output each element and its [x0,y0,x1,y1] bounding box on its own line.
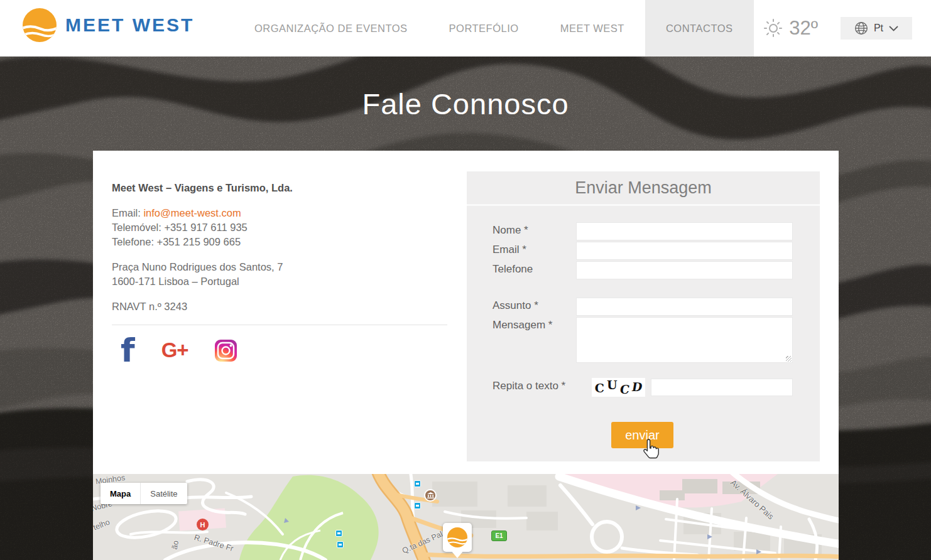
captcha-label: Repita o texto * [493,380,565,392]
museum-icon [424,489,437,502]
hospital-marker-icon: H [197,519,209,530]
name-label: Nome * [493,224,528,237]
site-header: MEET WEST ORGANIZAÇÃO DE EVENTOS PORTEFÓ… [0,0,931,57]
instagram-icon[interactable] [215,340,237,362]
subject-input[interactable] [576,298,793,316]
bus-stop-icon [414,480,421,487]
language-value: Pt [874,23,883,34]
contact-form: Enviar Mensagem Nome * Email * Telefone … [467,171,820,461]
nav-portefolio[interactable]: PORTEFÓLIO [428,0,540,57]
temperature-value: 32º [789,17,818,40]
subject-label: Assunto * [493,299,538,312]
map-type-control: Mapa Satélite [101,483,187,504]
submit-button[interactable]: enviar [611,422,673,448]
meetwest-logo-icon [23,8,57,42]
nav-organizacao-de-eventos[interactable]: ORGANIZAÇÃO DE EVENTOS [234,0,428,57]
brand-name: MEET WEST [65,14,194,36]
bus-stop-icon [335,530,342,537]
instagram-glyph [215,340,237,362]
globe-icon [854,21,868,35]
content-card: Meet West – Viagens e Turismo, Lda. Emai… [93,151,839,560]
street-label: ão [170,540,181,551]
phone-label: Telefone [493,263,533,276]
phone-input[interactable] [576,261,793,279]
phone-line: Telefone: +351 215 909 665 [112,236,241,248]
bus-stop-icon [337,541,344,548]
message-textarea[interactable] [576,317,793,363]
license-number: RNAVT n.º 3243 [112,301,187,313]
weather-widget: 32º [764,0,818,57]
email-label: Email: [112,207,143,218]
google-plus-icon[interactable]: G+ [161,338,188,362]
captcha-image: C U C D [592,378,645,397]
mobile-line: Telemóvel: +351 917 611 935 [112,222,248,234]
hero-section: Fale Connosco [0,57,931,151]
map-button[interactable]: Mapa [101,483,140,504]
email-line: Email: info@meet-west.com [112,207,241,219]
captcha-char: U [607,378,618,392]
nav-contactos[interactable]: CONTACTOS [645,0,754,57]
message-label: Mensagem * [493,319,552,331]
captcha-char: D [631,380,643,394]
satellite-button[interactable]: Satélite [141,483,187,504]
email-field-label: Email * [493,244,526,256]
social-links: f G+ [121,336,237,365]
chevron-down-icon [889,26,898,31]
email-input[interactable] [576,242,793,260]
page-title: Fale Connosco [362,87,569,121]
name-input[interactable] [576,222,793,240]
nav-meet-west[interactable]: MEET WEST [540,0,645,57]
meetwest-logo-icon [447,527,467,547]
captcha-char: C [595,381,604,395]
meetwest-map-marker[interactable] [443,523,472,552]
form-title: Enviar Mensagem [575,178,712,198]
language-selector[interactable]: Pt [841,17,912,40]
email-link[interactable]: info@meet-west.com [143,207,241,218]
sun-icon [764,19,783,38]
address-line-2: 1600-171 Lisboa – Portugal [112,276,239,288]
captcha-input[interactable] [651,379,793,396]
textarea-resize-grip[interactable] [786,356,792,362]
company-name: Meet West – Viagens e Turismo, Lda. [112,182,293,194]
address-line-1: Praça Nuno Rodrigues dos Santos, 7 [112,261,283,273]
bus-stop-icon [414,502,421,509]
facebook-icon[interactable]: f [121,336,135,365]
highway-shield: E1 [491,530,507,541]
main-nav: ORGANIZAÇÃO DE EVENTOS PORTEFÓLIO MEET W… [234,0,754,57]
captcha-char: C [619,382,630,396]
google-map[interactable]: Mapa Satélite Moinhos Nobre telho R. Pad… [93,474,839,560]
form-header: Enviar Mensagem [467,171,820,206]
divider [112,325,447,325]
brand-logo[interactable]: MEET WEST [23,8,194,42]
